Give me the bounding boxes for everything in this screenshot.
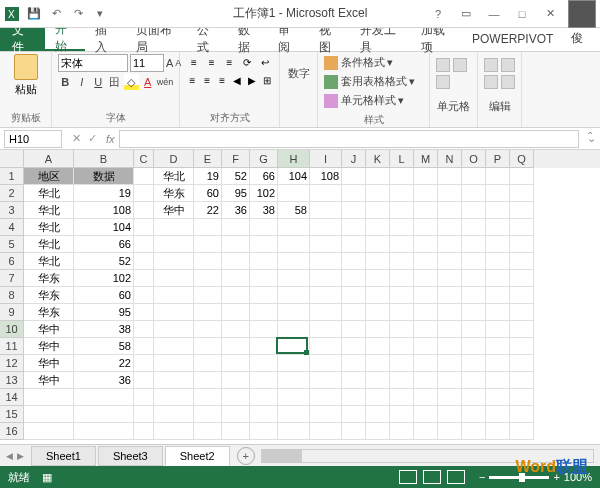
cell-Q16[interactable] (510, 423, 534, 440)
underline-icon[interactable]: U (91, 74, 106, 90)
cell-I6[interactable] (310, 253, 342, 270)
formula-bar[interactable] (119, 130, 579, 148)
cell-I15[interactable] (310, 406, 342, 423)
cell-O2[interactable] (462, 185, 486, 202)
cell-E7[interactable] (194, 270, 222, 287)
cell-G11[interactable] (250, 338, 278, 355)
cell-H5[interactable] (278, 236, 310, 253)
cell-M16[interactable] (414, 423, 438, 440)
cell-M2[interactable] (414, 185, 438, 202)
cell-D6[interactable] (154, 253, 194, 270)
cell-C2[interactable] (134, 185, 154, 202)
cell-D12[interactable] (154, 355, 194, 372)
cell-D7[interactable] (154, 270, 194, 287)
cell-G8[interactable] (250, 287, 278, 304)
cell-B8[interactable]: 60 (74, 287, 134, 304)
cell-L9[interactable] (390, 304, 414, 321)
cell-Q7[interactable] (510, 270, 534, 287)
cell-K2[interactable] (366, 185, 390, 202)
fill-color-icon[interactable]: ◇ (124, 74, 139, 90)
cell-J16[interactable] (342, 423, 366, 440)
cell-L8[interactable] (390, 287, 414, 304)
cell-A12[interactable]: 华中 (24, 355, 74, 372)
cell-B9[interactable]: 95 (74, 304, 134, 321)
cell-H15[interactable] (278, 406, 310, 423)
cell-B3[interactable]: 108 (74, 202, 134, 219)
cell-H3[interactable]: 58 (278, 202, 310, 219)
cell-Q14[interactable] (510, 389, 534, 406)
cell-D1[interactable]: 华北 (154, 168, 194, 185)
cell-A14[interactable] (24, 389, 74, 406)
font-color-icon[interactable]: A (141, 74, 156, 90)
cell-H8[interactable] (278, 287, 310, 304)
cell-G6[interactable] (250, 253, 278, 270)
align-bottom-icon[interactable]: ≡ (222, 54, 238, 70)
col-header-E[interactable]: E (194, 150, 222, 168)
cell-E5[interactable] (194, 236, 222, 253)
cell-N16[interactable] (438, 423, 462, 440)
cell-styles-button[interactable]: 单元格样式▾ (324, 92, 423, 109)
cell-O5[interactable] (462, 236, 486, 253)
cell-Q5[interactable] (510, 236, 534, 253)
page-break-view-icon[interactable] (447, 470, 465, 484)
col-header-Q[interactable]: Q (510, 150, 534, 168)
cell-C6[interactable] (134, 253, 154, 270)
cell-O8[interactable] (462, 287, 486, 304)
cell-O9[interactable] (462, 304, 486, 321)
cell-A11[interactable]: 华中 (24, 338, 74, 355)
cell-M10[interactable] (414, 321, 438, 338)
cell-P11[interactable] (486, 338, 510, 355)
cell-C10[interactable] (134, 321, 154, 338)
cell-H4[interactable] (278, 219, 310, 236)
phonetic-icon[interactable]: wén (157, 74, 173, 90)
close-icon[interactable]: ✕ (540, 6, 560, 22)
cell-I14[interactable] (310, 389, 342, 406)
cell-E8[interactable] (194, 287, 222, 304)
tab-layout[interactable]: 页面布局 (126, 27, 187, 51)
align-right-icon[interactable]: ≡ (216, 72, 229, 88)
cell-J15[interactable] (342, 406, 366, 423)
col-header-L[interactable]: L (390, 150, 414, 168)
cell-A5[interactable]: 华北 (24, 236, 74, 253)
cell-M9[interactable] (414, 304, 438, 321)
cell-F15[interactable] (222, 406, 250, 423)
cell-N15[interactable] (438, 406, 462, 423)
number-text[interactable]: 数字 (288, 54, 310, 81)
cell-A3[interactable]: 华北 (24, 202, 74, 219)
cell-G1[interactable]: 66 (250, 168, 278, 185)
col-header-O[interactable]: O (462, 150, 486, 168)
maximize-icon[interactable]: □ (512, 6, 532, 22)
col-header-N[interactable]: N (438, 150, 462, 168)
cell-K6[interactable] (366, 253, 390, 270)
sheet-tab-1[interactable]: Sheet1 (31, 446, 96, 466)
cell-I3[interactable] (310, 202, 342, 219)
increase-indent-icon[interactable]: ▶ (245, 72, 258, 88)
cell-I8[interactable] (310, 287, 342, 304)
cell-L1[interactable] (390, 168, 414, 185)
font-name-select[interactable] (58, 54, 128, 72)
cell-L2[interactable] (390, 185, 414, 202)
cell-B13[interactable]: 36 (74, 372, 134, 389)
cell-J10[interactable] (342, 321, 366, 338)
cell-O11[interactable] (462, 338, 486, 355)
cell-M1[interactable] (414, 168, 438, 185)
cell-F12[interactable] (222, 355, 250, 372)
cell-M15[interactable] (414, 406, 438, 423)
hscroll-thumb[interactable] (262, 450, 302, 462)
cell-C8[interactable] (134, 287, 154, 304)
cell-H14[interactable] (278, 389, 310, 406)
cell-G9[interactable] (250, 304, 278, 321)
find-icon[interactable] (501, 75, 515, 89)
cell-H12[interactable] (278, 355, 310, 372)
cell-Q6[interactable] (510, 253, 534, 270)
cell-A9[interactable]: 华东 (24, 304, 74, 321)
cell-D2[interactable]: 华东 (154, 185, 194, 202)
cell-N4[interactable] (438, 219, 462, 236)
cell-K8[interactable] (366, 287, 390, 304)
cell-E11[interactable] (194, 338, 222, 355)
cell-E6[interactable] (194, 253, 222, 270)
cell-M4[interactable] (414, 219, 438, 236)
cell-G3[interactable]: 38 (250, 202, 278, 219)
cell-Q12[interactable] (510, 355, 534, 372)
cell-D10[interactable] (154, 321, 194, 338)
